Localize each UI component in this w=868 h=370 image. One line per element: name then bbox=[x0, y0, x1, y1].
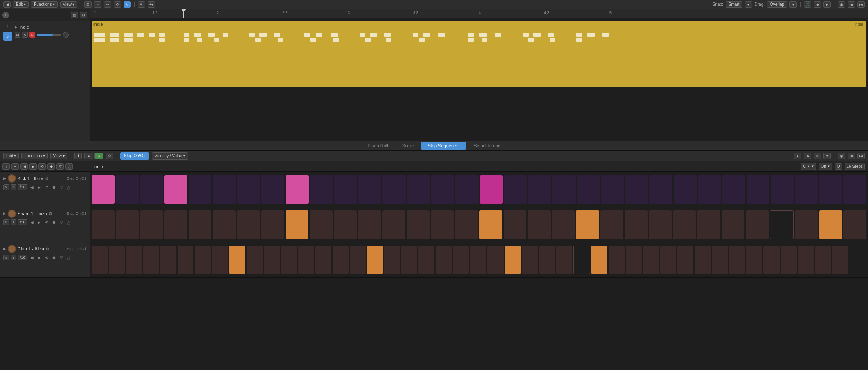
step-cell-clap-19[interactable] bbox=[401, 246, 417, 274]
snap-down-icon[interactable]: ▾ bbox=[745, 1, 752, 8]
clap-division[interactable]: /16 bbox=[18, 255, 27, 260]
step-cell-snare-26[interactable] bbox=[697, 210, 720, 239]
expand-icon[interactable]: ▽ bbox=[56, 163, 64, 170]
step-cell-kick-5[interactable] bbox=[189, 175, 211, 204]
step-cell-kick-23[interactable] bbox=[625, 175, 648, 204]
step-cell-snare-22[interactable] bbox=[600, 210, 623, 239]
step-cell-snare-31[interactable] bbox=[819, 210, 842, 239]
pattern-minus-btn[interactable]: − bbox=[11, 163, 19, 170]
step-cell-kick-32[interactable] bbox=[843, 175, 866, 204]
pointer-icon[interactable]: ↖ bbox=[138, 1, 145, 8]
step-cell-snare-8[interactable] bbox=[261, 210, 284, 239]
step-cell-clap-20[interactable] bbox=[418, 246, 434, 274]
step-cell-snare-21[interactable] bbox=[576, 210, 599, 239]
step-cell-snare-5[interactable] bbox=[189, 210, 211, 239]
step-cell-clap-41[interactable] bbox=[781, 246, 797, 274]
snare-nav-left-icon[interactable]: ◀ bbox=[29, 219, 35, 225]
kick-rec-icon[interactable]: ⏺ bbox=[51, 184, 57, 190]
nav-left-icon[interactable]: ◀ bbox=[20, 163, 28, 170]
step-cell-clap-37[interactable] bbox=[712, 246, 728, 274]
step-cell-clap-12[interactable] bbox=[281, 246, 297, 274]
step-cell-clap-42[interactable] bbox=[798, 246, 814, 274]
step-cell-clap-7[interactable] bbox=[195, 246, 211, 274]
step-cell-clap-8[interactable] bbox=[212, 246, 228, 274]
track-expand-snare[interactable]: ▶ bbox=[3, 212, 6, 216]
kick-solo-btn[interactable]: S bbox=[11, 184, 16, 190]
step-cell-clap-35[interactable] bbox=[677, 246, 693, 274]
step-cell-clap-34[interactable] bbox=[660, 246, 676, 274]
step-cell-kick-9[interactable] bbox=[286, 175, 308, 204]
info-icon[interactable]: ℹ bbox=[74, 153, 82, 159]
step-cell-snare-28[interactable] bbox=[746, 210, 769, 239]
step-cell-clap-5[interactable] bbox=[160, 246, 176, 274]
pencil-icon[interactable]: ✏ bbox=[104, 1, 111, 8]
step-cell-clap-11[interactable] bbox=[264, 246, 280, 274]
step-cell-snare-17[interactable] bbox=[479, 210, 502, 239]
tab-smart-tempo[interactable]: Smart Tempo bbox=[467, 142, 507, 150]
loop-icon[interactable]: ⟲ bbox=[114, 1, 121, 8]
step-cell-kick-1[interactable] bbox=[92, 175, 115, 204]
step-cell-clap-9[interactable] bbox=[229, 246, 245, 274]
step-cell-snare-23[interactable] bbox=[625, 210, 648, 239]
step-cell-snare-6[interactable] bbox=[213, 210, 236, 239]
clap-mute-btn[interactable]: M bbox=[3, 255, 9, 260]
note-key-select[interactable]: C ▲ ▼ bbox=[801, 163, 816, 170]
step-cell-clap-15[interactable] bbox=[333, 246, 349, 274]
step-cell-clap-3[interactable] bbox=[126, 246, 142, 274]
step-cell-clap-33[interactable] bbox=[643, 246, 659, 274]
track-collapse-icon[interactable]: ⊡ bbox=[80, 12, 87, 18]
grid-view-icon[interactable]: ≡ bbox=[94, 1, 101, 8]
step-cell-kick-17[interactable] bbox=[480, 175, 503, 204]
step-cell-kick-26[interactable] bbox=[698, 175, 721, 204]
play-icon[interactable]: ⏵ bbox=[823, 1, 831, 8]
loop-step-icon[interactable]: ⟲ bbox=[38, 163, 46, 170]
clap-rec-icon[interactable]: ⏺ bbox=[51, 255, 57, 260]
step-cell-kick-18[interactable] bbox=[504, 175, 527, 204]
step-cell-snare-20[interactable] bbox=[552, 210, 575, 239]
step-cell-kick-6[interactable] bbox=[213, 175, 236, 204]
step-cell-clap-1[interactable] bbox=[92, 246, 108, 274]
snap-value[interactable]: Smart bbox=[726, 1, 742, 8]
step-cell-snare-32[interactable] bbox=[843, 210, 866, 239]
functions-menu-bottom[interactable]: Functions ▾ bbox=[21, 153, 47, 159]
step-on-off-btn[interactable]: Step On/Off bbox=[120, 152, 149, 160]
clap-loop-icon[interactable]: ⟲ bbox=[44, 255, 49, 260]
step-cell-clap-23[interactable] bbox=[470, 246, 486, 274]
step-cell-kick-19[interactable] bbox=[528, 175, 551, 204]
step-cell-clap-2[interactable] bbox=[109, 246, 125, 274]
step-cell-kick-14[interactable] bbox=[407, 175, 430, 204]
clap-solo-btn[interactable]: S bbox=[11, 255, 16, 260]
kick-collapse-icon[interactable]: △ bbox=[66, 184, 72, 190]
snare-mute-btn[interactable]: M bbox=[3, 219, 9, 225]
step-cell-snare-19[interactable] bbox=[528, 210, 551, 239]
tab-score[interactable]: Score bbox=[396, 142, 421, 150]
step-cell-clap-18[interactable] bbox=[384, 246, 400, 274]
step-cell-clap-13[interactable] bbox=[298, 246, 314, 274]
step-cell-kick-24[interactable] bbox=[649, 175, 672, 204]
step-cell-kick-30[interactable] bbox=[795, 175, 818, 204]
clap-nav-left-icon[interactable]: ◀ bbox=[29, 255, 35, 260]
step-cell-snare-14[interactable] bbox=[407, 210, 430, 239]
step-cell-clap-36[interactable] bbox=[695, 246, 711, 274]
add-track-btn[interactable]: + bbox=[2, 12, 9, 18]
next-icon-bottom[interactable]: ⏭ bbox=[857, 153, 865, 159]
settings-icon[interactable]: ⚙ bbox=[106, 153, 113, 159]
edit-menu[interactable]: Edit ▾ bbox=[13, 1, 29, 8]
skip-back-bottom-icon[interactable]: ⏮ bbox=[804, 153, 811, 159]
step-cell-clap-44[interactable] bbox=[832, 246, 848, 274]
step-cell-snare-15[interactable] bbox=[431, 210, 454, 239]
step-cell-kick-27[interactable] bbox=[722, 175, 745, 204]
velocity-dropdown[interactable]: Velocity / Value ▾ bbox=[152, 152, 189, 160]
midi-icon[interactable]: M bbox=[124, 1, 131, 8]
add-pattern-btn[interactable]: + bbox=[2, 163, 10, 170]
view-menu-top[interactable]: View ▾ bbox=[60, 1, 78, 8]
snare-settings-icon[interactable]: ⚙ bbox=[49, 212, 52, 216]
kick-mute-btn[interactable]: M bbox=[3, 184, 9, 190]
step-cell-kick-29[interactable] bbox=[771, 175, 794, 204]
snare-expand-icon[interactable]: ▽ bbox=[58, 219, 64, 225]
step-cell-snare-12[interactable] bbox=[358, 210, 381, 239]
clap-collapse-icon[interactable]: △ bbox=[66, 255, 72, 260]
step-cell-kick-21[interactable] bbox=[577, 175, 600, 204]
track-options-icon[interactable]: ▤ bbox=[71, 12, 78, 18]
step-cell-clap-25[interactable] bbox=[505, 246, 521, 274]
